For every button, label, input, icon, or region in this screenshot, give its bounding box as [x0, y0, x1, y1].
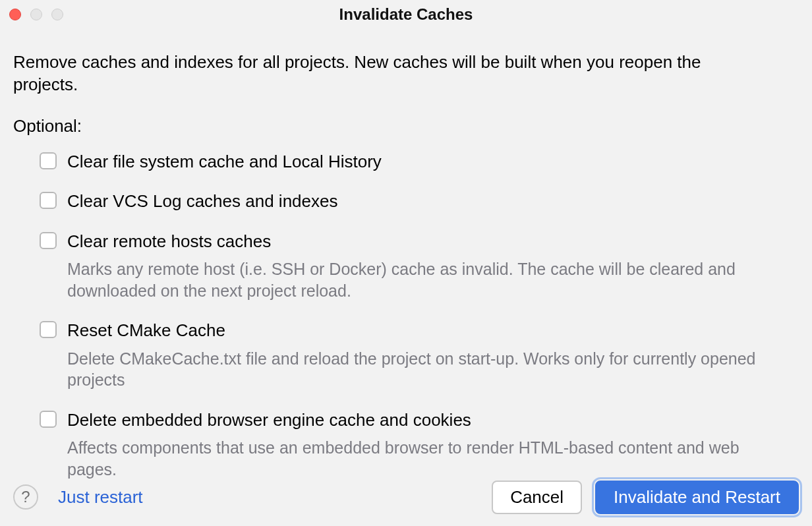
checkbox-delete-browser-cache[interactable] — [40, 411, 57, 428]
option-reset-cmake-cache: Reset CMake Cache Delete CMakeCache.txt … — [40, 320, 786, 391]
option-description: Affects components that use an embedded … — [67, 437, 786, 480]
option-clear-file-system-cache: Clear file system cache and Local Histor… — [40, 151, 786, 173]
dialog-content: Remove caches and indexes for all projec… — [0, 29, 812, 480]
minimize-window-button[interactable] — [30, 9, 42, 20]
checkbox-reset-cmake-cache[interactable] — [40, 321, 57, 338]
close-window-button[interactable] — [9, 9, 21, 20]
options-list: Clear file system cache and Local Histor… — [13, 151, 799, 481]
cancel-button[interactable]: Cancel — [492, 481, 582, 514]
option-clear-remote-hosts: Clear remote hosts caches Marks any remo… — [40, 231, 786, 302]
window-controls — [9, 9, 63, 20]
checkbox-clear-vcs-log[interactable] — [40, 192, 57, 209]
option-label: Clear file system cache and Local Histor… — [67, 151, 786, 173]
option-label: Clear remote hosts caches — [67, 231, 786, 252]
titlebar: Invalidate Caches — [0, 0, 812, 29]
option-clear-vcs-log: Clear VCS Log caches and indexes — [40, 190, 786, 212]
dialog-footer: ? Just restart Cancel Invalidate and Res… — [0, 479, 812, 526]
option-text: Clear remote hosts caches Marks any remo… — [67, 231, 786, 302]
dialog-description: Remove caches and indexes for all projec… — [13, 51, 751, 96]
option-label: Reset CMake Cache — [67, 320, 786, 341]
option-description: Marks any remote host (i.e. SSH or Docke… — [67, 258, 786, 301]
option-delete-browser-cache: Delete embedded browser engine cache and… — [40, 409, 786, 481]
option-text: Reset CMake Cache Delete CMakeCache.txt … — [67, 320, 786, 391]
window-title: Invalidate Caches — [0, 5, 812, 24]
checkbox-clear-remote-hosts[interactable] — [40, 232, 57, 249]
option-label: Clear VCS Log caches and indexes — [67, 190, 786, 212]
help-button[interactable]: ? — [13, 484, 38, 510]
maximize-window-button[interactable] — [51, 9, 63, 20]
option-text: Delete embedded browser engine cache and… — [67, 409, 786, 481]
option-text: Clear VCS Log caches and indexes — [67, 190, 786, 212]
help-icon: ? — [21, 488, 30, 506]
option-text: Clear file system cache and Local Histor… — [67, 151, 786, 173]
just-restart-link[interactable]: Just restart — [58, 487, 143, 508]
checkbox-clear-file-system-cache[interactable] — [40, 152, 57, 169]
option-description: Delete CMakeCache.txt file and reload th… — [67, 348, 786, 391]
invalidate-and-restart-button[interactable]: Invalidate and Restart — [595, 481, 799, 514]
option-label: Delete embedded browser engine cache and… — [67, 409, 786, 431]
optional-label: Optional: — [13, 116, 799, 136]
